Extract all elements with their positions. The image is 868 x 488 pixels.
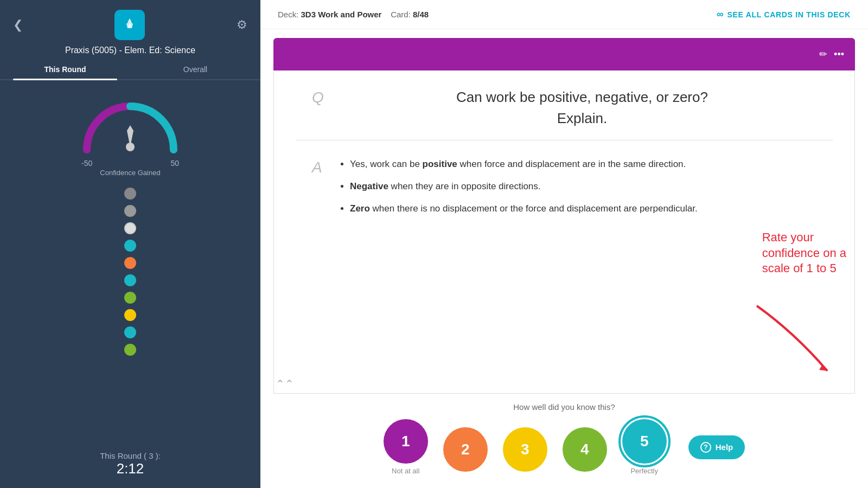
gauge-svg xyxy=(76,95,184,158)
dot-4 xyxy=(124,240,136,252)
answer-item-2: Negative when they are in opposite direc… xyxy=(350,179,827,194)
rating-3-wrapper: 3 xyxy=(503,427,547,475)
confidence-gauge: -50 50 Confidence Gained xyxy=(71,95,190,177)
dot-2 xyxy=(124,205,136,217)
deck-prefix: Deck: xyxy=(278,10,298,19)
rating-button-1[interactable]: 1 xyxy=(384,419,428,464)
answer-content: Yes, work can be positive when force and… xyxy=(337,157,827,224)
card-prefix: Card: xyxy=(391,10,411,19)
back-button[interactable]: ❮ xyxy=(13,18,23,32)
dot-9 xyxy=(124,326,136,338)
help-button[interactable]: ? Help xyxy=(688,435,745,459)
dot-1 xyxy=(124,188,136,200)
rating-button-2[interactable]: 2 xyxy=(443,427,488,472)
rating-button-3[interactable]: 3 xyxy=(503,427,547,472)
gauge-max-label: 50 xyxy=(170,159,179,168)
rating-2-wrapper: 2 xyxy=(443,427,488,475)
dot-3 xyxy=(124,222,136,234)
rating-button-5[interactable]: 5 xyxy=(622,419,667,464)
sidebar-header: ❮ ⚙ xyxy=(0,0,260,46)
see-all-link[interactable]: ∞ SEE ALL CARDS IN THIS DECK xyxy=(717,9,851,20)
rating-4-wrapper: 4 xyxy=(563,427,607,475)
divider xyxy=(296,140,833,140)
help-label: Help xyxy=(716,442,733,452)
see-all-label: SEE ALL CARDS IN THIS DECK xyxy=(727,10,851,19)
question-section: Q Can work be positive, negative, or zer… xyxy=(274,70,854,140)
rating-5-label: Perfectly xyxy=(630,467,658,475)
gauge-caption: Confidence Gained xyxy=(100,169,160,177)
logo-icon xyxy=(121,16,138,34)
answer-list: Yes, work can be positive when force and… xyxy=(337,157,827,216)
tab-bar: This Round Overall xyxy=(0,60,260,80)
card-area: ✏ ••• Q Can work be positive, negative, … xyxy=(260,29,868,488)
card-header-bar: ✏ ••• xyxy=(273,38,855,70)
rating-5-wrapper: 5 Perfectly xyxy=(622,419,667,475)
gauge-labels: -50 50 xyxy=(81,159,179,168)
tab-overall[interactable]: Overall xyxy=(130,60,260,79)
question-label: Q xyxy=(312,89,328,106)
card-body: Q Can work be positive, negative, or zer… xyxy=(273,70,855,394)
dot-6 xyxy=(124,274,136,286)
answer-item-1: Yes, work can be positive when force and… xyxy=(350,157,827,171)
dot-8 xyxy=(124,309,136,321)
dot-5 xyxy=(124,257,136,269)
round-label: This Round ( 3 ): xyxy=(100,451,161,460)
infinity-icon: ∞ xyxy=(717,9,724,20)
card-info: 8/48 xyxy=(413,10,429,19)
svg-point-2 xyxy=(126,143,135,151)
answer-section: A Yes, work can be positive when force a… xyxy=(274,151,854,393)
question-text: Can work be positive, negative, or zero?… xyxy=(337,87,827,129)
rating-button-4[interactable]: 4 xyxy=(563,427,607,472)
settings-icon[interactable]: ⚙ xyxy=(237,18,247,32)
deck-name: 3D3 Work and Power xyxy=(301,10,382,19)
rating-area: How well did you know this? 1 Not at all… xyxy=(260,394,868,488)
rating-1-label: Not at all xyxy=(392,467,419,475)
logo-box xyxy=(114,10,145,40)
rating-buttons: 1 Not at all 2 3 4 xyxy=(384,419,667,475)
top-bar: Deck: 3D3 Work and Power Card: 8/48 ∞ SE… xyxy=(260,0,868,29)
rating-1-wrapper: 1 Not at all xyxy=(384,419,428,475)
collapse-button[interactable]: ⌃⌃ xyxy=(276,377,294,390)
deck-info: Deck: 3D3 Work and Power Card: 8/48 xyxy=(278,10,429,19)
gauge-min-label: -50 xyxy=(81,159,92,168)
answer-item-3: Zero when there is no displacement or th… xyxy=(350,201,827,216)
svg-point-0 xyxy=(128,24,131,28)
help-circle-icon: ? xyxy=(700,442,711,453)
rating-prompt: How well did you know this? xyxy=(513,402,615,412)
main-content: Deck: 3D3 Work and Power Card: 8/48 ∞ SE… xyxy=(260,0,868,488)
sidebar: ❮ ⚙ Praxis (5005) - Elem. Ed: Science Th… xyxy=(0,0,260,488)
answer-label: A xyxy=(312,159,328,176)
dot-10 xyxy=(124,344,136,356)
progress-dots xyxy=(124,188,136,356)
dot-7 xyxy=(124,292,136,304)
edit-icon[interactable]: ✏ xyxy=(819,48,827,60)
tab-this-round[interactable]: This Round xyxy=(0,60,130,79)
round-time: 2:12 xyxy=(117,460,144,477)
sidebar-title: Praxis (5005) - Elem. Ed: Science xyxy=(56,46,204,55)
more-options-icon[interactable]: ••• xyxy=(834,49,844,60)
